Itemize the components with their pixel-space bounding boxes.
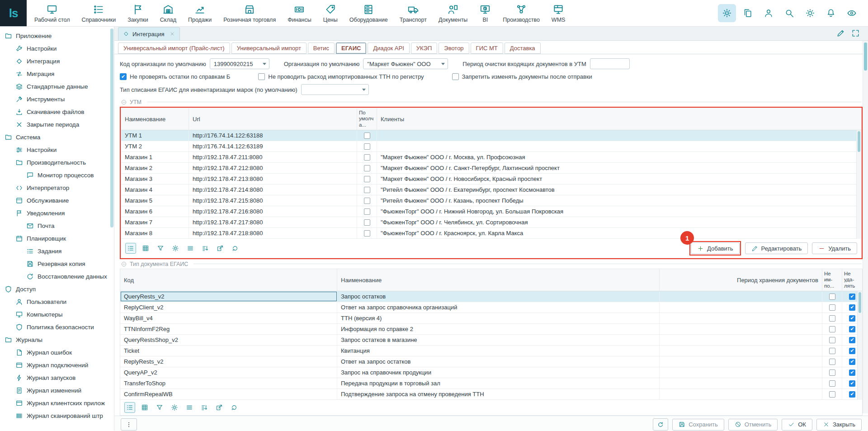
sidebar-item[interactable]: Обслуживание <box>0 194 114 207</box>
sidebar-item[interactable]: Доступ <box>0 283 114 295</box>
user-icon[interactable] <box>760 4 778 22</box>
fullscreen-icon[interactable] <box>851 29 860 38</box>
utm-row[interactable]: Магазин 8 http://192.178.47.218:8080 "Фь… <box>121 228 861 239</box>
sidebar-item[interactable]: Производительность <box>0 156 114 169</box>
sun-icon[interactable] <box>801 4 819 22</box>
close-button[interactable]: Закрыть <box>816 419 862 431</box>
not-delete-checkbox[interactable] <box>849 337 855 343</box>
not-delete-checkbox[interactable] <box>849 380 855 387</box>
toolbar-item[interactable]: Розничная торговля <box>217 0 282 26</box>
ok-button[interactable]: ОК <box>782 419 812 431</box>
sidebar-item[interactable]: Настройки <box>0 42 114 55</box>
org-code-select[interactable]: 139900920215 <box>210 58 269 69</box>
utm-row[interactable]: Магазин 5 http://192.178.47.215:8080 "Ри… <box>121 195 861 206</box>
numlist-icon[interactable] <box>125 243 136 254</box>
not-import-checkbox[interactable] <box>829 326 835 332</box>
subtab[interactable]: Ветис <box>308 43 335 54</box>
column-header[interactable]: Наименование <box>337 269 660 291</box>
utm-clean-period-input[interactable] <box>590 58 630 69</box>
toolbar-item[interactable]: WMS <box>546 0 571 26</box>
doc-type-row[interactable]: ReplyClient_v2 Ответ на запрос справочни… <box>120 302 862 313</box>
sidebar-item[interactable]: Стандартные данные <box>0 80 114 93</box>
sidebar-item[interactable]: Журнал запусков <box>0 371 114 384</box>
toolbar-item[interactable]: Производство <box>497 0 546 26</box>
sidebar-item[interactable]: Журнал подключений <box>0 359 114 371</box>
subtab[interactable]: Универсальный импорт <box>231 43 307 54</box>
toolbar-item[interactable]: Продажи <box>182 0 217 26</box>
sidebar-item[interactable]: Пользователи <box>0 295 114 308</box>
column-header[interactable]: Url <box>189 108 357 130</box>
not-delete-checkbox[interactable] <box>849 315 855 322</box>
sidebar-item[interactable]: Миграция <box>0 67 114 80</box>
utm-row[interactable]: Магазин 2 http://192.178.47.212:8080 "Ма… <box>121 163 861 174</box>
grid-icon[interactable] <box>139 402 150 413</box>
sortlist-icon[interactable] <box>200 243 211 254</box>
doc-type-row[interactable]: ConfirmRepealWB Подтверждение запроса на… <box>120 389 862 400</box>
edit-form-icon[interactable] <box>836 29 845 38</box>
not-import-checkbox[interactable] <box>829 337 835 343</box>
not-delete-checkbox[interactable] <box>849 326 855 332</box>
numlist-icon[interactable] <box>124 402 135 413</box>
default-checkbox[interactable] <box>364 165 370 171</box>
sidebar-item[interactable]: Журналы <box>0 333 114 346</box>
sidebar-item[interactable]: Скачивание файлов <box>0 105 114 118</box>
sidebar-item[interactable]: Планировщик <box>0 232 114 245</box>
utm-row[interactable]: УТМ 2 http://176.74.14.122:63189 <box>121 141 861 152</box>
not-delete-checkbox[interactable] <box>849 294 855 300</box>
main-scrollbar[interactable] <box>863 41 868 413</box>
gear-icon[interactable] <box>718 4 736 22</box>
subtab[interactable]: ЕГАИС <box>336 43 366 54</box>
sidebar-item[interactable]: Журнал ошибок <box>0 346 114 359</box>
default-checkbox[interactable] <box>364 208 370 215</box>
org-select[interactable]: "Маркет Фьюжен" ООО <box>363 58 448 69</box>
not-import-checkbox[interactable] <box>829 315 835 322</box>
refresh-button[interactable] <box>653 418 668 431</box>
sidebar-item[interactable]: Закрытие периода <box>0 118 114 131</box>
column-header[interactable]: Клиенты <box>377 108 861 130</box>
not-import-checkbox[interactable] <box>829 304 835 311</box>
sidebar-item[interactable]: Интерпретатор <box>0 181 114 194</box>
column-header[interactable]: По умолча... <box>357 108 377 130</box>
sidebar-item[interactable]: Восстановление данных <box>0 270 114 283</box>
reload-icon[interactable] <box>229 402 240 413</box>
not-delete-checkbox[interactable] <box>849 359 855 365</box>
subtab[interactable]: ГИС МТ <box>471 43 503 54</box>
not-delete-checkbox[interactable] <box>849 348 855 354</box>
sidebar-item[interactable]: Инструменты <box>0 93 114 105</box>
column-header[interactable]: Не им-по... <box>822 269 842 291</box>
default-checkbox[interactable] <box>364 198 370 204</box>
utm-row[interactable]: Магазин 4 http://192.178.47.214:8080 "Ри… <box>121 185 861 195</box>
utm-row[interactable]: Магазин 3 http://192.178.47.213:8080 "Ма… <box>121 174 861 185</box>
sidebar-item[interactable]: Система <box>0 131 114 143</box>
tab-close-icon[interactable] <box>170 31 175 37</box>
default-checkbox[interactable] <box>364 219 370 226</box>
sidebar-item[interactable]: Настройки <box>0 143 114 156</box>
column-header[interactable]: Код <box>120 269 337 291</box>
subtab[interactable]: Эвотор <box>439 43 469 54</box>
grid-icon[interactable] <box>140 243 151 254</box>
column-header[interactable]: Наименование <box>121 108 189 130</box>
doc-type-row[interactable]: QueryAP_v2 Запрос на справочник продукци… <box>120 367 862 378</box>
sidebar-item[interactable]: Приложение <box>0 29 114 42</box>
not-import-checkbox[interactable] <box>829 369 835 376</box>
gear-icon[interactable] <box>170 243 181 254</box>
more-actions-button[interactable] <box>121 418 137 431</box>
sidebar-item[interactable]: Журнал изменений <box>0 384 114 397</box>
default-checkbox[interactable] <box>364 133 370 139</box>
utm-row[interactable]: Магазин 1 http://192.178.47.211:8080 "Ма… <box>121 152 861 163</box>
doc-type-row[interactable]: TTNInformF2Reg Информация по справке 2 <box>120 324 862 335</box>
writeoff-type-select[interactable] <box>301 84 369 95</box>
sidebar-item[interactable]: Резервная копия <box>0 257 114 270</box>
gear-icon[interactable] <box>169 402 180 413</box>
default-checkbox[interactable] <box>364 176 370 182</box>
utm-row[interactable]: Магазин 6 http://192.178.47.216:8080 "Фь… <box>121 206 861 217</box>
toolbar-item[interactable]: Финансы <box>282 0 317 26</box>
toolbar-item[interactable]: BI <box>473 0 497 26</box>
edit-button[interactable]: Редактировать <box>745 242 808 254</box>
not-delete-checkbox[interactable] <box>849 391 855 398</box>
doc-type-row[interactable]: QueryRests_v2 Запрос остатков <box>120 291 862 302</box>
subtab[interactable]: Диадок API <box>368 43 409 54</box>
doc-type-row[interactable]: WayBill_v4 ТТН (версия 4) <box>120 313 862 324</box>
default-checkbox[interactable] <box>364 187 370 193</box>
subtab[interactable]: Универсальный импорт (Прайс-лист) <box>118 43 230 54</box>
